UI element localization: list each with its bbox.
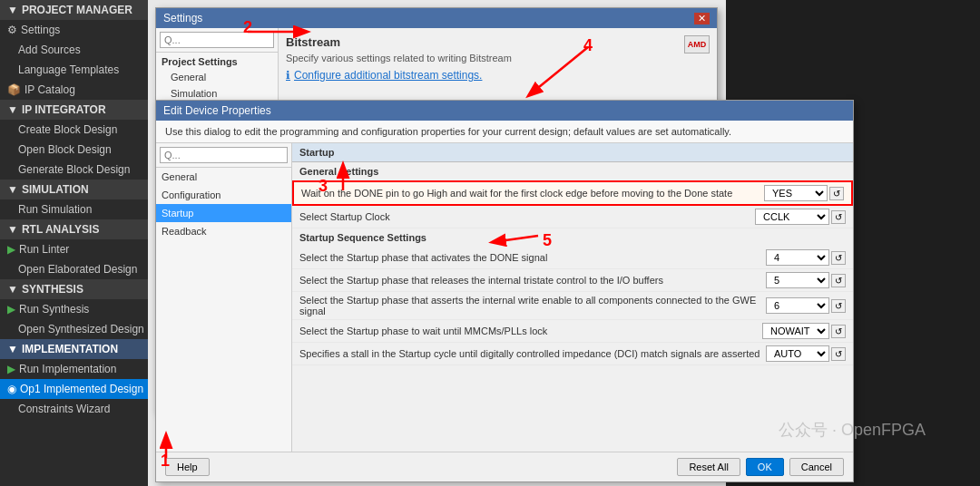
settings-title: Settings (163, 12, 202, 24)
gwe-control: 612345 ↺ (766, 297, 846, 314)
sidebar-item-run-synthesis[interactable]: ▶ Run Synthesis (0, 299, 148, 319)
dci-select[interactable]: AUTOYESNO (766, 345, 829, 362)
left-panel: ▼ PROJECT MANAGER ⚙ Settings Add Sources… (0, 0, 148, 486)
sidebar-item-op1-impl[interactable]: ◉ Op1 Implemented Design (0, 379, 148, 399)
device-row-startup-clock: Select Startup Clock CCLK JTAGCLK USERCL… (292, 206, 853, 228)
tree-item-general[interactable]: General (156, 69, 278, 85)
device-tree-startup[interactable]: Startup (156, 204, 291, 222)
startup-clock-refresh[interactable]: ↺ (831, 210, 846, 224)
sidebar-item-language-templates[interactable]: Language Templates (0, 60, 148, 80)
chevron-right-icon: ▼ (7, 103, 18, 116)
sidebar-item-settings[interactable]: ⚙ Settings (0, 20, 148, 40)
cancel-button[interactable]: Cancel (789, 458, 844, 476)
section-implementation[interactable]: ▼ IMPLEMENTATION (0, 339, 148, 359)
tristate-control: 512346 ↺ (766, 272, 846, 288)
device-tree: General Configuration Startup Readback (156, 143, 292, 452)
done-signal-control: 412356 ↺ (766, 249, 846, 266)
tristate-select[interactable]: 512346 (766, 272, 829, 288)
device-row-tristate: Select the Startup phase that releases t… (292, 269, 853, 292)
startup-clock-control: CCLK JTAGCLK USERCLK ↺ (755, 209, 846, 225)
device-dialog-body: General Configuration Startup Readback S… (156, 143, 853, 452)
section-rtl-analysis[interactable]: ▼ RTL ANALYSIS (0, 219, 148, 239)
device-dialog-header: Edit Device Properties (156, 101, 853, 121)
done-pin-control: YES NO ↺ (764, 185, 844, 201)
device-section-startup: Startup (292, 143, 853, 162)
device-dialog-desc: Use this dialog to edit the programming … (156, 121, 853, 143)
dci-refresh[interactable]: ↺ (831, 347, 846, 361)
chevron-icon: ▼ (7, 183, 18, 196)
startup-clock-select[interactable]: CCLK JTAGCLK USERCLK (755, 209, 829, 225)
configure-bitstream-link[interactable]: ℹ Configure additional bitstream setting… (286, 69, 710, 82)
chevron-down-icon: ▼ (7, 4, 18, 16)
device-row-done-pin: Wait on the DONE pin to go High and wait… (292, 180, 853, 206)
tristate-label: Select the Startup phase that releases t… (299, 275, 766, 286)
settings-close-button[interactable]: ✕ (694, 13, 710, 24)
amd-logo: AMD (684, 35, 710, 53)
section-synthesis[interactable]: ▼ SYNTHESIS (0, 279, 148, 299)
play-icon2: ▶ (7, 303, 15, 316)
chevron-icon4: ▼ (7, 343, 18, 355)
sidebar-item-run-implementation[interactable]: ▶ Run Implementation (0, 359, 148, 379)
sidebar-item-open-elaborated[interactable]: Open Elaborated Design (0, 259, 148, 279)
startup-sequence-header: Startup Sequence Settings (292, 228, 853, 247)
settings-search-container (156, 28, 278, 53)
mmcm-select[interactable]: NOWAIT123456 (762, 323, 829, 339)
gwe-refresh[interactable]: ↺ (831, 299, 846, 313)
sidebar-item-open-synthesized[interactable]: Open Synthesized Design (0, 319, 148, 339)
done-signal-label: Select the Startup phase that activates … (299, 252, 766, 263)
section-ip-integrator[interactable]: ▼ IP INTEGRATOR (0, 100, 148, 120)
sidebar-item-ip-catalog[interactable]: 📦 IP Catalog (0, 80, 148, 100)
device-row-done-signal: Select the Startup phase that activates … (292, 247, 853, 269)
device-dialog-footer: Help Reset All OK Cancel (156, 452, 853, 481)
reset-all-button[interactable]: Reset All (677, 458, 740, 476)
startup-clock-label: Select Startup Clock (299, 211, 755, 222)
sidebar-item-open-block[interactable]: Open Block Design (0, 140, 148, 160)
sidebar-item-run-linter[interactable]: ▶ Run Linter (0, 239, 148, 259)
device-search-input[interactable] (160, 147, 288, 163)
section-project-manager[interactable]: ▼ PROJECT MANAGER (0, 0, 148, 20)
settings-content-title: Bitstream (286, 35, 512, 49)
device-tree-readback[interactable]: Readback (156, 222, 291, 240)
device-tree-general[interactable]: General (156, 168, 291, 186)
done-pin-select[interactable]: YES NO (764, 185, 828, 201)
chevron-icon3: ▼ (7, 283, 18, 296)
device-dialog: Edit Device Properties Use this dialog t… (155, 100, 854, 482)
help-button[interactable]: Help (165, 458, 210, 476)
chevron-icon2: ▼ (7, 223, 18, 236)
device-row-dci: Specifies a stall in the Startup cycle u… (292, 343, 853, 365)
tristate-refresh[interactable]: ↺ (831, 274, 846, 287)
ok-button[interactable]: OK (746, 458, 784, 476)
sidebar-item-run-simulation[interactable]: Run Simulation (0, 199, 148, 219)
device-tree-configuration[interactable]: Configuration (156, 186, 291, 204)
device-dialog-title: Edit Device Properties (163, 104, 271, 117)
op-icon: ◉ (7, 383, 16, 395)
device-search-container (156, 143, 291, 168)
settings-content-desc: Specify various settings related to writ… (286, 53, 512, 63)
mmcm-control: NOWAIT123456 ↺ (762, 323, 846, 339)
gear-icon: ⚙ (7, 24, 17, 36)
device-row-mmcm: Select the Startup phase to wait until M… (292, 320, 853, 343)
sidebar-item-create-block[interactable]: Create Block Design (0, 120, 148, 140)
gwe-label: Select the Startup phase that asserts th… (299, 295, 766, 316)
main-area: Settings ✕ Project Settings General Simu… (148, 0, 980, 486)
dci-control: AUTOYESNO ↺ (766, 345, 846, 362)
settings-search-input[interactable] (160, 32, 274, 48)
section-simulation[interactable]: ▼ SIMULATION (0, 180, 148, 199)
dci-label: Specifies a stall in the Startup cycle u… (299, 348, 766, 359)
catalog-icon: 📦 (7, 83, 21, 96)
device-content: Startup General Settings Wait on the DON… (292, 143, 853, 452)
general-settings-header: General Settings (292, 162, 853, 180)
play-icon3: ▶ (7, 363, 15, 375)
device-row-gwe: Select the Startup phase that asserts th… (292, 292, 853, 320)
done-pin-refresh[interactable]: ↺ (829, 187, 844, 200)
sidebar-item-add-sources[interactable]: Add Sources (0, 40, 148, 60)
sidebar-item-constraints-wizard[interactable]: Constraints Wizard (0, 399, 148, 419)
done-signal-select[interactable]: 412356 (766, 249, 829, 266)
play-icon: ▶ (7, 243, 15, 256)
gwe-select[interactable]: 612345 (766, 297, 829, 314)
mmcm-label: Select the Startup phase to wait until M… (299, 326, 762, 336)
sidebar-item-generate-block[interactable]: Generate Block Design (0, 160, 148, 180)
done-pin-label: Wait on the DONE pin to go High and wait… (301, 188, 764, 199)
done-signal-refresh[interactable]: ↺ (831, 251, 846, 265)
mmcm-refresh[interactable]: ↺ (831, 325, 846, 338)
